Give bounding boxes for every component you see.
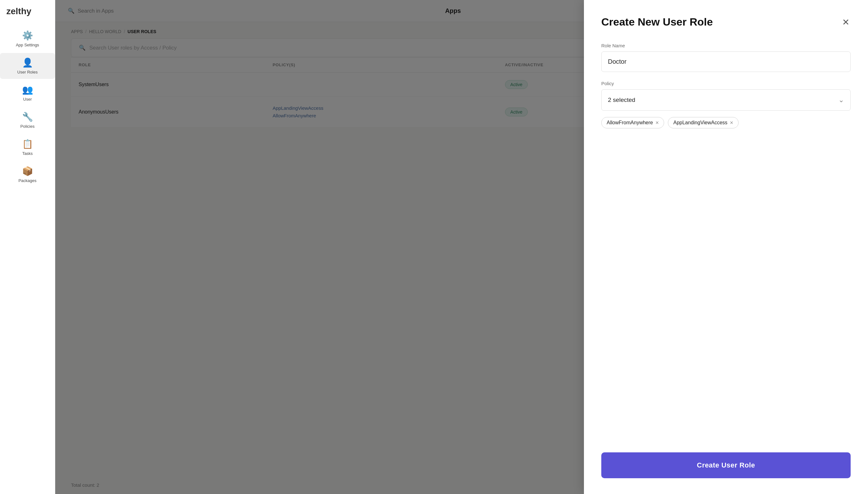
sidebar-item-user[interactable]: 👥 User	[0, 80, 55, 106]
role-name-field: Role Name	[601, 43, 851, 81]
close-button[interactable]: ✕	[841, 16, 851, 29]
policy-label: Policy	[601, 81, 851, 86]
user-icon: 👥	[22, 84, 33, 95]
create-role-modal: Create New User Role ✕ Role Name Policy …	[584, 0, 868, 494]
tag-remove-button[interactable]: ×	[655, 120, 659, 126]
sidebar-item-label: Packages	[18, 178, 36, 183]
app-settings-icon: ⚙️	[22, 30, 33, 41]
tasks-icon: 📋	[22, 139, 33, 149]
sidebar: zelthy ⚙️ App Settings 👤 User Roles 👥 Us…	[0, 0, 55, 494]
sidebar-item-packages[interactable]: 📦 Packages	[0, 162, 55, 187]
policy-selected-text: 2 selected	[608, 97, 635, 103]
role-name-input[interactable]	[601, 52, 851, 72]
policy-select[interactable]: 2 selected ⌄	[601, 89, 851, 111]
create-user-role-button[interactable]: Create User Role	[601, 452, 851, 478]
chevron-down-icon: ⌄	[838, 96, 844, 104]
modal-title: Create New User Role	[601, 16, 713, 28]
sidebar-item-app-settings[interactable]: ⚙️ App Settings	[0, 26, 55, 52]
sidebar-item-label: User	[23, 97, 32, 101]
user-roles-icon: 👤	[22, 57, 33, 68]
sidebar-item-label: Tasks	[22, 151, 33, 156]
policies-icon: 🔧	[22, 112, 33, 122]
modal-body: Role Name Policy 2 selected ⌄ AllowFromA…	[601, 43, 851, 446]
policy-tags: AllowFromAnywhere × AppLandingViewAccess…	[601, 117, 851, 128]
sidebar-item-label: User Roles	[17, 70, 38, 74]
sidebar-item-label: App Settings	[16, 43, 39, 47]
packages-icon: 📦	[22, 166, 33, 176]
modal-footer: Create User Role	[601, 446, 851, 478]
tag-label: AppLandingViewAccess	[673, 120, 727, 126]
policy-tag-allow: AllowFromAnywhere ×	[601, 117, 664, 128]
sidebar-item-user-roles[interactable]: 👤 User Roles	[0, 53, 55, 79]
sidebar-item-policies[interactable]: 🔧 Policies	[0, 107, 55, 133]
modal-header: Create New User Role ✕	[601, 16, 851, 29]
policy-field: Policy 2 selected ⌄ AllowFromAnywhere × …	[601, 81, 851, 128]
role-name-label: Role Name	[601, 43, 851, 48]
sidebar-item-tasks[interactable]: 📋 Tasks	[0, 134, 55, 160]
tag-remove-button[interactable]: ×	[730, 120, 734, 126]
sidebar-item-label: Policies	[20, 124, 35, 129]
app-logo: zelthy	[0, 6, 31, 16]
tag-label: AllowFromAnywhere	[607, 120, 653, 126]
policy-tag-applanding: AppLandingViewAccess ×	[668, 117, 739, 128]
